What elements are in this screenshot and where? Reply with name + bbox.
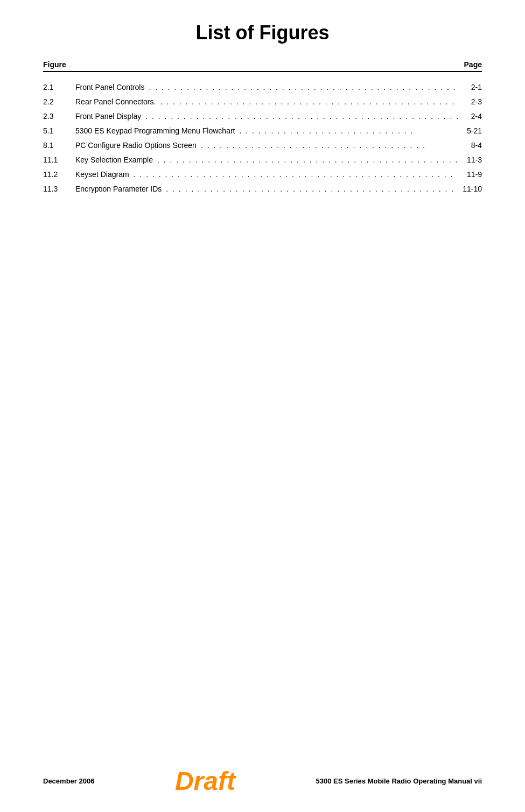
toc-figure-label: Figure — [43, 60, 66, 69]
toc-entry-number: 11.3 — [43, 185, 75, 193]
toc-entry-page: 11-9 — [460, 170, 482, 179]
footer-manual-title: 5300 ES Series Mobile Radio Operating Ma… — [316, 777, 482, 785]
toc-entry-dots: . . . . . . . . . . . . . . . . . . . . … — [201, 141, 458, 150]
toc-entry-title: PC Configure Radio Options Screen — [75, 141, 197, 150]
toc-entry: 2.2Rear Panel Connectors.. . . . . . . .… — [43, 97, 482, 107]
toc-entries: 2.1Front Panel Controls. . . . . . . . .… — [43, 83, 482, 194]
toc-entry-page: 2-3 — [460, 97, 482, 106]
toc-entry-number: 11.2 — [43, 170, 75, 179]
toc-entry-page: 11-3 — [460, 156, 482, 164]
toc-page-label: Page — [464, 60, 482, 69]
toc-entry-dots: . . . . . . . . . . . . . . . . . . . . … — [157, 156, 458, 165]
toc-entry-number: 2.1 — [43, 83, 75, 91]
toc-entry-page: 11-10 — [460, 185, 482, 193]
toc-entry-dots: . . . . . . . . . . . . . . . . . . . . … — [166, 185, 458, 194]
toc-entry-title: Front Panel Controls — [75, 83, 144, 91]
page-container: List of Figures Figure Page 2.1Front Pan… — [0, 0, 525, 812]
toc-entry-title: Rear Panel Connectors. — [75, 97, 156, 106]
toc-entry: 11.2Keyset Diagram. . . . . . . . . . . … — [43, 170, 482, 179]
toc-entry-page: 2-1 — [460, 83, 482, 91]
toc-entry-dots: . . . . . . . . . . . . . . . . . . . . … — [239, 126, 458, 136]
toc-entry-page: 2-4 — [460, 112, 482, 121]
page-title: List of Figures — [43, 22, 482, 44]
toc-entry-title: Encryption Parameter IDs — [75, 185, 162, 193]
toc-entry-page: 5-21 — [460, 126, 482, 135]
footer-draft: Draft — [175, 766, 235, 796]
toc-entry-title: Key Selection Example — [75, 156, 153, 164]
toc-entry: 8.1PC Configure Radio Options Screen. . … — [43, 141, 482, 150]
toc-entry-dots: . . . . . . . . . . . . . . . . . . . . … — [134, 170, 458, 179]
toc-entry-number: 11.1 — [43, 156, 75, 164]
toc-header: Figure Page — [43, 60, 482, 72]
toc-entry-dots: . . . . . . . . . . . . . . . . . . . . … — [145, 112, 458, 121]
toc-entry-title: Keyset Diagram — [75, 170, 129, 179]
toc-entry-title: Front Panel Display — [75, 112, 141, 121]
toc-entry-dots: . . . . . . . . . . . . . . . . . . . . … — [160, 97, 458, 107]
toc-entry: 2.1Front Panel Controls. . . . . . . . .… — [43, 83, 482, 92]
toc-entry-title: 5300 ES Keypad Programming Menu Flowchar… — [75, 126, 235, 135]
toc-entry-dots: . . . . . . . . . . . . . . . . . . . . … — [149, 83, 458, 92]
toc-entry-number: 2.3 — [43, 112, 75, 121]
toc-entry: 11.1Key Selection Example. . . . . . . .… — [43, 156, 482, 165]
toc-entry-number: 5.1 — [43, 126, 75, 135]
footer-date: December 2006 — [43, 777, 94, 785]
toc-entry: 5.15300 ES Keypad Programming Menu Flowc… — [43, 126, 482, 136]
footer: December 2006 Draft 5300 ES Series Mobil… — [43, 766, 482, 796]
toc-entry-number: 2.2 — [43, 97, 75, 106]
toc-entry: 11.3Encryption Parameter IDs. . . . . . … — [43, 185, 482, 194]
toc-entry-number: 8.1 — [43, 141, 75, 150]
toc-entry-page: 8-4 — [460, 141, 482, 150]
toc-entry: 2.3Front Panel Display. . . . . . . . . … — [43, 112, 482, 121]
